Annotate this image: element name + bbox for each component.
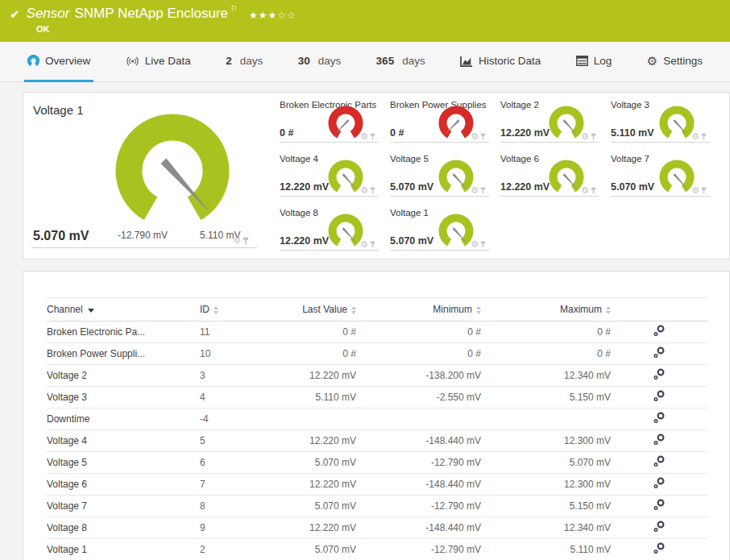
tab-live-data[interactable]: Live Data [122,42,194,82]
table-row[interactable]: Voltage 6 7 12.220 mV -148.440 mV 12.300… [47,474,707,496]
tab-30-days[interactable]: 30days [295,42,345,82]
cell-channel: Voltage 3 [47,387,200,409]
gauge-gear-icon[interactable]: ⚙ [691,186,699,195]
cell-last-value: 5.070 mV [248,539,356,560]
cell-id: 8 [200,496,248,517]
column-header-minimum[interactable]: Minimum [356,298,481,321]
cell-minimum: 0 # [356,321,481,343]
cell-channel: Voltage 4 [47,430,200,452]
cell-channel: Broken Electronic Pa... [47,321,200,343]
gauge [658,159,695,197]
gauge-gear-icon[interactable]: ⚙ [471,132,479,141]
gauge-gear-icon[interactable]: ⚙ [581,186,589,195]
cell-maximum: 0 # [481,343,611,365]
table-row[interactable]: Broken Power Suppli... 10 0 # 0 # 0 # [47,343,707,365]
cell-channel: Voltage 7 [47,496,200,517]
gauge-gear-icon[interactable]: ⚙ [691,132,699,141]
cell-maximum: 5.110 mV [481,539,611,560]
channel-settings-icon[interactable] [653,433,665,448]
channel-settings-icon[interactable] [653,499,665,513]
object-kind-label: Sensor [27,6,70,21]
channel-settings-icon[interactable] [653,542,665,557]
sensor-header: ✔ SensorSNMP NetApp Enclosure⚐★★★☆☆ OK [0,0,730,42]
channel-settings-icon[interactable] [653,368,665,383]
gauge-pin-icon[interactable] [370,133,375,140]
gauge-pin-icon[interactable] [370,187,375,194]
small-gauge-cell[interactable]: Voltage 1 5.070 mV ⚙ [390,201,489,251]
small-gauge-cell[interactable]: Voltage 2 12.220 mV ⚙ [500,93,599,143]
small-gauge-cell[interactable]: Broken Electronic Parts 0 # ⚙ [280,93,379,143]
cell-last-value: 12.220 mV [248,365,356,387]
gauge-value: 5.070 mV [390,181,433,193]
table-row[interactable]: Voltage 2 3 12.220 mV -138.200 mV 12.340… [47,365,707,387]
gauge-pin-icon[interactable] [243,237,249,245]
table-row[interactable]: Voltage 3 4 5.110 mV -2.550 mV 5.150 mV [47,387,707,409]
cell-last-value: 5.070 mV [248,496,356,517]
gauge-pin-icon[interactable] [591,133,596,140]
column-header-channel[interactable]: Channel [47,298,200,321]
table-row[interactable]: Downtime -4 [47,409,707,430]
gauge-gear-icon[interactable]: ⚙ [233,236,241,245]
column-header-maximum[interactable]: Maximum [481,298,611,321]
cell-maximum: 12.300 mV [481,474,611,496]
gauge-gear-icon[interactable]: ⚙ [581,132,589,141]
column-header-id[interactable]: ID [200,298,248,321]
gauge [438,213,475,251]
small-gauge-cell[interactable]: Voltage 5 5.070 mV ⚙ [390,147,489,197]
table-row[interactable]: Voltage 1 2 5.070 mV -12.790 mV 5.110 mV [47,539,707,560]
cell-id: 11 [200,321,248,343]
gauge-gear-icon[interactable]: ⚙ [471,240,479,249]
channel-settings-icon[interactable] [653,412,665,426]
gauge [327,105,364,143]
tab-365-days[interactable]: 365days [373,42,429,82]
gauge-pin-icon[interactable] [591,187,596,194]
tab-log[interactable]: Log [573,42,616,82]
channel-settings-icon[interactable] [653,477,665,492]
gauge-gear-icon[interactable]: ⚙ [471,186,479,195]
priority-stars[interactable]: ★★★☆☆ [249,10,297,21]
small-gauge-cell[interactable]: Broken Power Supplies 0 # ⚙ [390,93,489,143]
table-row[interactable]: Broken Electronic Pa... 11 0 # 0 # 0 # [47,321,707,343]
gauge-pin-icon[interactable] [480,133,486,140]
tab-overview[interactable]: Overview [24,42,93,82]
table-row[interactable]: Voltage 4 5 12.220 mV -148.440 mV 12.300… [47,430,707,452]
small-gauge-cell[interactable]: Voltage 4 12.220 mV ⚙ [280,147,379,197]
channel-settings-icon[interactable] [653,521,665,535]
column-header-last-value[interactable]: Last Value [248,298,356,321]
tab-historic-data[interactable]: Historic Data [457,42,544,82]
gauge-pin-icon[interactable] [701,133,707,140]
small-gauge-cell[interactable]: Voltage 3 5.110 mV ⚙ [611,93,710,143]
gauge-value: 5.110 mV [611,127,654,139]
gauge-gear-icon[interactable]: ⚙ [360,186,368,195]
gauge-pin-icon[interactable] [370,241,375,248]
primary-gauge-cell[interactable]: Voltage 1 5.070 mV -12.790 mV 5.110 mV ⚙ [31,93,257,248]
table-row[interactable]: Voltage 7 8 5.070 mV -12.790 mV 5.150 mV [47,496,707,517]
channel-settings-icon[interactable] [653,390,665,404]
gear-icon: ⚙ [647,55,657,67]
gauge-gear-icon[interactable]: ⚙ [360,240,368,249]
gauge-value: 0 # [390,127,404,139]
channel-settings-icon[interactable] [653,346,665,361]
table-row[interactable]: Voltage 5 6 5.070 mV -12.790 mV 5.070 mV [47,452,707,474]
small-gauge-cell[interactable]: Voltage 6 12.220 mV ⚙ [500,147,599,197]
table-row[interactable]: Voltage 8 9 12.220 mV -148.440 mV 12.340… [47,517,707,539]
cell-channel: Voltage 6 [47,474,200,496]
cell-channel: Voltage 8 [47,517,200,539]
cell-id: 7 [200,474,248,496]
gauge-pin-icon[interactable] [480,241,486,248]
channel-settings-icon[interactable] [653,325,665,339]
cell-minimum: -148.440 mV [356,517,481,539]
gauge [548,105,585,143]
channel-settings-icon[interactable] [653,455,665,470]
cell-channel: Downtime [47,409,200,430]
gauge-gear-icon[interactable]: ⚙ [360,132,368,141]
tab-2-days[interactable]: 2days [222,42,266,82]
small-gauge-cell[interactable]: Voltage 8 12.220 mV ⚙ [280,201,379,251]
small-gauges-grid: Broken Electronic Parts 0 # ⚙ Broken Pow… [280,93,710,248]
flag-icon[interactable]: ⚐ [230,4,238,13]
gauge-pin-icon[interactable] [480,187,486,194]
small-gauge-cell[interactable]: Voltage 7 5.070 mV ⚙ [611,147,710,197]
tab-settings[interactable]: ⚙ Settings [644,42,706,82]
cell-channel: Broken Power Suppli... [47,343,200,365]
gauge-pin-icon[interactable] [701,187,707,194]
